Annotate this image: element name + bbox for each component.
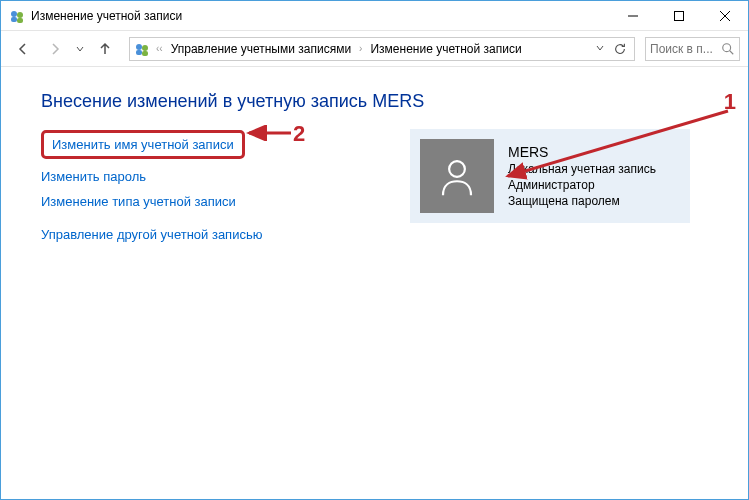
account-type: Локальная учетная запись [508, 162, 656, 176]
minimize-button[interactable] [610, 1, 656, 30]
account-role: Администратор [508, 178, 656, 192]
searchbox[interactable] [645, 37, 740, 61]
breadcrumb-sep-icon: ‹‹ [154, 43, 165, 54]
chevron-right-icon: › [357, 43, 364, 54]
refresh-button[interactable] [610, 39, 630, 59]
svg-rect-11 [142, 51, 148, 56]
account-name: MERS [508, 144, 656, 160]
avatar [420, 139, 494, 213]
titlebar: Изменение учетной записи [1, 1, 748, 31]
svg-rect-3 [17, 18, 23, 23]
svg-point-9 [142, 45, 148, 51]
svg-line-13 [730, 50, 734, 54]
change-type-link[interactable]: Изменение типа учетной записи [41, 194, 236, 209]
close-button[interactable] [702, 1, 748, 30]
search-input[interactable] [650, 42, 717, 56]
change-name-link[interactable]: Изменить имя учетной записи [41, 130, 245, 159]
account-protection: Защищена паролем [508, 194, 656, 208]
maximize-button[interactable] [656, 1, 702, 30]
chevron-down-icon[interactable] [594, 43, 606, 54]
page-heading: Внесение изменений в учетную запись MERS [41, 91, 708, 112]
breadcrumb-part-1[interactable]: Управление учетными записями [169, 42, 353, 56]
back-button[interactable] [9, 35, 37, 63]
account-card: MERS Локальная учетная запись Администра… [410, 129, 690, 223]
change-password-link[interactable]: Изменить пароль [41, 169, 146, 184]
annotation-1: 1 [724, 89, 736, 115]
addressbar[interactable]: ‹‹ Управление учетными записями › Измене… [129, 37, 635, 61]
svg-rect-2 [11, 17, 17, 22]
search-icon [721, 42, 735, 56]
up-button[interactable] [91, 35, 119, 63]
svg-point-8 [136, 44, 142, 50]
titlebar-icon [9, 8, 25, 24]
svg-rect-10 [136, 50, 142, 55]
window-controls [610, 1, 748, 30]
breadcrumb-part-2[interactable]: Изменение учетной записи [368, 42, 523, 56]
window-title: Изменение учетной записи [31, 9, 610, 23]
content-area: Внесение изменений в учетную запись MERS… [1, 67, 748, 499]
forward-button[interactable] [41, 35, 69, 63]
navbar: ‹‹ Управление учетными записями › Измене… [1, 31, 748, 67]
svg-point-0 [11, 11, 17, 17]
manage-other-link[interactable]: Управление другой учетной записью [41, 227, 262, 242]
users-icon [134, 41, 150, 57]
account-info: MERS Локальная учетная запись Администра… [508, 139, 656, 213]
person-icon [436, 155, 478, 197]
svg-point-1 [17, 12, 23, 18]
svg-rect-5 [675, 11, 684, 20]
svg-point-12 [723, 43, 731, 51]
svg-point-14 [449, 161, 465, 177]
history-chevron-icon[interactable] [73, 45, 87, 53]
